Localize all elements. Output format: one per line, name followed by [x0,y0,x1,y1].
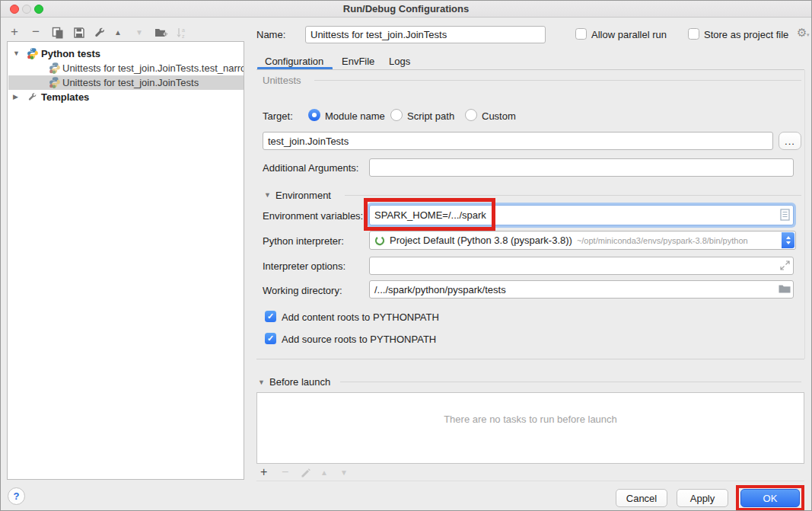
environment-section-label: Environment [275,190,331,201]
name-label: Name: [256,29,285,40]
unittests-group-title: Unittests [263,75,301,86]
before-launch-remove-icon[interactable]: − [282,466,288,478]
before-launch-edit-pencil-icon[interactable] [301,468,311,481]
before-launch-section-line [340,382,801,382]
configurations-tree: ▼ Python tests Unittests for test_join.J… [7,41,244,480]
config-bottom-divider [256,359,804,359]
cancel-button[interactable]: Cancel [616,489,667,507]
before-launch-collapse-icon[interactable]: ▼ [258,378,265,386]
python-interpreter-path: ~/opt/miniconda3/envs/pyspark-3.8/bin/py… [577,236,748,245]
target-module-name-radio[interactable] [308,109,320,121]
environment-collapse-icon[interactable]: ▼ [264,191,271,199]
conda-environment-icon [374,235,385,246]
interpreter-options-input[interactable] [369,257,794,275]
remove-configuration-icon[interactable]: − [32,26,40,38]
expand-field-icon[interactable] [780,260,790,273]
environment-variables-input[interactable]: SPARK_HOME=/.../spark [369,205,794,225]
tab-logs[interactable]: Logs [389,56,410,67]
additional-arguments-input[interactable] [369,158,794,177]
environment-section-line [345,195,801,196]
move-up-icon[interactable]: ▲ [114,28,122,37]
before-launch-move-up-icon[interactable]: ▲ [320,468,328,477]
add-source-roots-checkbox[interactable]: ✓ [265,333,276,344]
tree-expanded-icon[interactable]: ▼ [13,50,20,57]
tree-group-label: Python tests [41,48,100,59]
python-interpreter-label: Python interpreter: [263,235,344,247]
target-custom-radio[interactable] [465,109,477,121]
tree-item-label: Unittests for test_join.JoinTests.test_n… [62,62,244,74]
working-directory-value: /.../spark/python/pyspark/tests [374,284,506,295]
python-test-icon [49,76,61,90]
add-source-roots-label: Add source roots to PYTHONPATH [282,334,436,345]
environment-variables-list-icon[interactable] [780,209,790,223]
target-module-name-label: Module name [325,110,385,122]
target-script-path-label: Script path [407,110,454,122]
titlebar: Run/Debug Configurations [1,1,811,18]
save-configuration-icon[interactable] [73,27,85,41]
before-launch-move-down-icon[interactable]: ▼ [340,468,348,477]
python-interpreter-value: Project Default (Python 3.8 (pyspark-3.8… [390,235,572,246]
tab-configuration[interactable]: Configuration [265,56,323,67]
before-launch-task-list[interactable] [256,392,804,464]
allow-parallel-run-checkbox[interactable] [575,28,587,40]
allow-parallel-run-label: Allow parallel run [591,29,667,40]
window-title: Run/Debug Configurations [1,3,811,14]
combobox-stepper[interactable] [782,232,794,248]
before-launch-bottom-divider [256,481,804,481]
copy-configuration-icon[interactable] [52,27,64,41]
add-content-roots-label: Add content roots to PYTHONPATH [282,311,439,323]
before-launch-add-icon[interactable]: + [260,466,267,478]
python-test-icon [49,62,61,75]
tree-item-label: Unittests for test_join.JoinTests [62,77,199,88]
add-configuration-icon[interactable]: + [11,26,18,38]
templates-wrench-icon [27,92,37,104]
tree-item-test-narrow[interactable]: Unittests for test_join.JoinTests.test_n… [8,61,244,75]
browse-module-button[interactable]: ... [779,132,801,150]
name-input[interactable]: Unittests for test_join.JoinTests [305,26,546,43]
tree-collapsed-icon[interactable]: ▶ [13,93,18,101]
help-button[interactable]: ? [8,487,25,505]
browse-folder-icon[interactable] [779,284,791,296]
before-launch-section-label: Before launch [269,376,330,388]
interpreter-options-label: Interpreter options: [263,260,345,272]
tree-group-templates[interactable]: ▶ Templates [8,90,244,104]
sort-alphabetically-icon[interactable]: az [175,27,187,41]
check-icon: ✓ [267,311,274,321]
check-icon: ✓ [267,334,274,343]
module-name-input[interactable]: test_join.JoinTests [263,132,773,150]
ok-button[interactable]: OK [740,489,800,507]
tree-item-jointests-selected[interactable]: Unittests for test_join.JoinTests [8,75,244,90]
additional-arguments-label: Additional Arguments: [263,162,358,174]
environment-variables-value: SPARK_HOME=/.../spark [374,209,486,221]
before-launch-empty-text: There are no tasks to run before launch [256,414,804,425]
name-value: Unittests for test_join.JoinTests [310,29,447,40]
target-script-path-radio[interactable] [390,109,403,121]
content-right-divider [804,70,805,359]
svg-text:a: a [182,27,185,33]
move-down-icon[interactable]: ▼ [135,28,143,37]
gear-icon[interactable]: ⚙ [797,26,807,40]
tree-templates-label: Templates [41,91,89,103]
module-name-value: test_join.JoinTests [268,136,349,147]
working-directory-input[interactable]: /.../spark/python/pyspark/tests [369,280,794,299]
tree-group-python-tests[interactable]: ▼ Python tests [8,46,244,61]
working-directory-label: Working directory: [263,285,342,296]
unittests-group-line [314,80,801,81]
apply-button[interactable]: Apply [677,489,728,507]
gear-dropdown-icon[interactable]: ▾ [807,32,810,38]
svg-text:z: z [182,34,185,39]
target-custom-label: Custom [482,110,516,122]
tab-envfile[interactable]: EnvFile [342,56,374,67]
edit-templates-wrench-icon[interactable] [94,27,106,41]
python-interpreter-combobox[interactable]: Project Default (Python 3.8 (pyspark-3.8… [369,231,796,250]
run-debug-configurations-dialog: Run/Debug Configurations + − ▲ ▼ az ▼ Py… [0,0,812,511]
add-content-roots-checkbox[interactable]: ✓ [265,311,276,322]
new-folder-icon[interactable] [154,27,168,41]
tab-divider [256,69,804,70]
environment-variables-label: Environment variables: [263,210,363,222]
target-label: Target: [263,110,293,122]
store-as-project-file-label: Store as project file [704,29,788,40]
python-tests-icon [27,47,39,61]
store-as-project-file-checkbox[interactable] [688,28,699,40]
